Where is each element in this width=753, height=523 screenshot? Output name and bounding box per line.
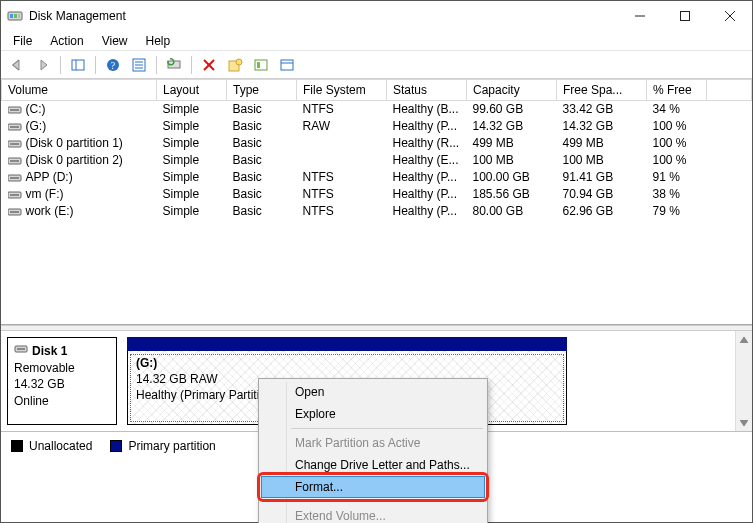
table-cell: Healthy (P...: [387, 118, 467, 135]
table-cell: Healthy (E...: [387, 152, 467, 169]
table-cell: 100 %: [647, 118, 707, 135]
context-menu-item[interactable]: Change Drive Letter and Paths...: [261, 454, 485, 476]
table-row[interactable]: work (E:)SimpleBasicNTFSHealthy (P...80.…: [2, 203, 752, 220]
table-cell: vm (F:): [2, 186, 157, 203]
column-header[interactable]: % Free: [647, 80, 707, 101]
context-menu-item[interactable]: Explore: [261, 403, 485, 425]
table-cell: Healthy (P...: [387, 203, 467, 220]
table-cell: APP (D:): [2, 169, 157, 186]
table-cell: Simple: [157, 169, 227, 186]
toolbar-separator: [60, 56, 61, 74]
column-headers[interactable]: VolumeLayoutTypeFile SystemStatusCapacit…: [2, 80, 752, 101]
settings-button[interactable]: [275, 54, 299, 76]
table-cell: Basic: [227, 118, 297, 135]
table-cell: Basic: [227, 186, 297, 203]
table-cell: RAW: [297, 118, 387, 135]
table-row[interactable]: APP (D:)SimpleBasicNTFSHealthy (P...100.…: [2, 169, 752, 186]
maximize-button[interactable]: [662, 1, 707, 31]
table-cell: 80.00 GB: [467, 203, 557, 220]
table-cell: [707, 118, 752, 135]
toolbar-separator: [156, 56, 157, 74]
table-row[interactable]: vm (F:)SimpleBasicNTFSHealthy (P...185.5…: [2, 186, 752, 203]
column-header[interactable]: Volume: [2, 80, 157, 101]
context-menu[interactable]: OpenExploreMark Partition as ActiveChang…: [258, 378, 488, 523]
unallocated-swatch: [11, 440, 23, 452]
table-cell: 34 %: [647, 101, 707, 118]
column-header[interactable]: File System: [297, 80, 387, 101]
drive-icon: [8, 172, 22, 184]
menu-help[interactable]: Help: [138, 32, 179, 50]
table-cell: 62.96 GB: [557, 203, 647, 220]
table-row[interactable]: (Disk 0 partition 1)SimpleBasicHealthy (…: [2, 135, 752, 152]
svg-rect-22: [257, 62, 260, 68]
column-header[interactable]: Type: [227, 80, 297, 101]
column-header[interactable]: Layout: [157, 80, 227, 101]
disk-header-box[interactable]: Disk 1 Removable 14.32 GB Online: [7, 337, 117, 425]
table-row[interactable]: (G:)SimpleBasicRAWHealthy (P...14.32 GB1…: [2, 118, 752, 135]
drive-icon: [8, 121, 22, 133]
menu-file[interactable]: File: [5, 32, 40, 50]
context-menu-item: Mark Partition as Active: [261, 432, 485, 454]
show-hide-console-tree-button[interactable]: [66, 54, 90, 76]
window-title: Disk Management: [29, 9, 617, 23]
delete-button[interactable]: [197, 54, 221, 76]
table-row[interactable]: (C:)SimpleBasicNTFSHealthy (B...99.60 GB…: [2, 101, 752, 118]
table-cell: (Disk 0 partition 1): [2, 135, 157, 152]
table-cell: 100 MB: [557, 152, 647, 169]
table-cell: 100 %: [647, 152, 707, 169]
refresh-button[interactable]: [162, 54, 186, 76]
help-button[interactable]: ?: [101, 54, 125, 76]
table-cell: 14.32 GB: [557, 118, 647, 135]
context-menu-separator: [291, 428, 483, 429]
menu-action[interactable]: Action: [42, 32, 91, 50]
minimize-button[interactable]: [617, 1, 662, 31]
forward-button[interactable]: [31, 54, 55, 76]
volume-list[interactable]: VolumeLayoutTypeFile SystemStatusCapacit…: [1, 79, 752, 325]
column-header-blank[interactable]: [707, 80, 752, 101]
table-cell: Simple: [157, 152, 227, 169]
context-menu-item[interactable]: Open: [261, 381, 485, 403]
table-cell: 185.56 GB: [467, 186, 557, 203]
svg-rect-38: [10, 211, 19, 213]
drive-icon: [8, 104, 22, 116]
properties-button[interactable]: [127, 54, 151, 76]
table-cell: NTFS: [297, 186, 387, 203]
drive-icon: [8, 138, 22, 150]
disk-icon: [14, 342, 28, 360]
svg-rect-1: [10, 14, 13, 18]
svg-rect-36: [10, 194, 19, 196]
table-cell: 100 %: [647, 135, 707, 152]
scroll-up-button[interactable]: [736, 331, 752, 348]
legend-unallocated: Unallocated: [11, 439, 92, 453]
format-button[interactable]: [249, 54, 273, 76]
svg-rect-2: [14, 14, 17, 18]
toolbar-separator: [95, 56, 96, 74]
back-button[interactable]: [5, 54, 29, 76]
column-header[interactable]: Capacity: [467, 80, 557, 101]
context-menu-item[interactable]: Format...: [261, 476, 485, 498]
partition-name: (G:): [136, 355, 558, 371]
disk-state: Online: [14, 393, 110, 409]
table-cell: 38 %: [647, 186, 707, 203]
svg-rect-30: [10, 143, 19, 145]
menu-view[interactable]: View: [94, 32, 136, 50]
column-header[interactable]: Status: [387, 80, 467, 101]
disk-pane-scrollbar[interactable]: [735, 331, 752, 431]
scroll-down-button[interactable]: [736, 414, 752, 431]
title-bar: Disk Management: [1, 1, 752, 31]
table-cell: 100 MB: [467, 152, 557, 169]
table-cell: Basic: [227, 169, 297, 186]
new-partition-button[interactable]: [223, 54, 247, 76]
table-row[interactable]: (Disk 0 partition 2)SimpleBasicHealthy (…: [2, 152, 752, 169]
context-menu-separator: [291, 501, 483, 502]
table-cell: 100.00 GB: [467, 169, 557, 186]
table-cell: [707, 169, 752, 186]
app-icon: [7, 8, 23, 24]
close-button[interactable]: [707, 1, 752, 31]
table-cell: [707, 186, 752, 203]
disk-media: Removable: [14, 360, 110, 376]
table-cell: (C:): [2, 101, 157, 118]
toolbar: ?: [1, 51, 752, 79]
legend-unallocated-label: Unallocated: [29, 439, 92, 453]
column-header[interactable]: Free Spa...: [557, 80, 647, 101]
